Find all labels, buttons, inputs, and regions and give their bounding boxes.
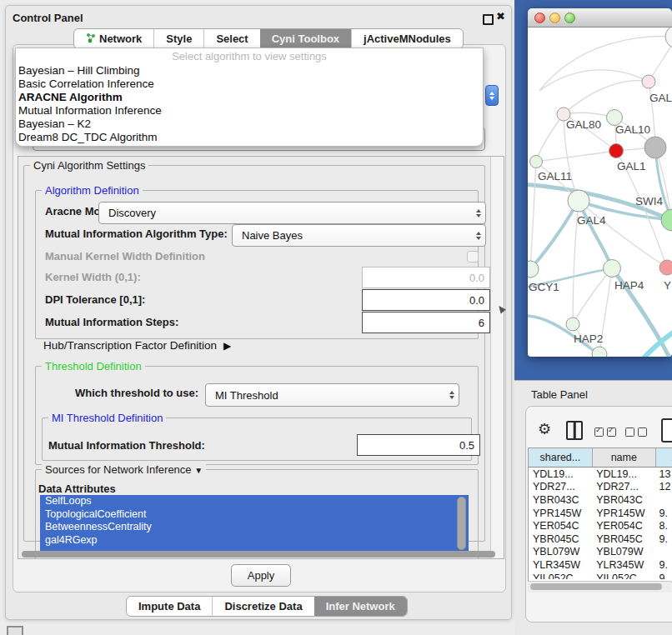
network-edge[interactable] (536, 114, 564, 162)
vertical-scrollbar[interactable] (490, 157, 504, 558)
network-edge[interactable] (530, 162, 536, 269)
table-cell: YBR045C (529, 533, 592, 545)
attribute-item[interactable]: TopologicalCoefficient (40, 508, 469, 522)
node-label: GAL10 (615, 123, 650, 136)
tab-cyni-toolbox[interactable]: Cyni Toolbox (260, 29, 351, 48)
node-label: SWI4 (635, 195, 663, 208)
attribute-item[interactable]: BetweennessCentrality (40, 521, 469, 534)
algorithm-item[interactable]: ARACNE Algorithm (18, 91, 477, 104)
kernel-width-field[interactable]: 0.0 (362, 267, 490, 288)
close-traffic-light[interactable] (534, 12, 545, 23)
table-cell: 9. (655, 508, 672, 519)
tab-style[interactable]: Style (153, 29, 203, 48)
network-node[interactable] (644, 137, 666, 158)
algorithm-item[interactable]: Mutual Information Inference (18, 104, 477, 118)
deselect-all-columns-icon[interactable] (625, 427, 650, 439)
dpi-tolerance-field[interactable]: 0.0 (362, 289, 490, 311)
apply-button[interactable]: Apply (231, 564, 291, 587)
attributes-scrollbar[interactable] (457, 497, 466, 550)
manual-kernel-checkbox[interactable] (467, 251, 479, 262)
algorithm-item[interactable]: Dream8 DC_TDC Algorithm (18, 131, 477, 144)
panel-icon[interactable] (661, 418, 672, 442)
column-header-name[interactable]: name (593, 448, 656, 467)
bottom-left-button[interactable] (7, 626, 23, 635)
network-edge[interactable] (579, 201, 612, 268)
algorithm-item[interactable]: Basic Correlation Inference (18, 78, 477, 91)
mi-threshold-field[interactable]: 0.5 (357, 434, 480, 456)
table-hscrollbar-thumb[interactable] (530, 583, 662, 590)
network-window-titlebar[interactable] (528, 8, 672, 28)
gear-icon[interactable]: ⚙ (538, 420, 551, 438)
attribute-item[interactable]: SelfLoops (40, 495, 469, 508)
table-row[interactable]: YBR045CYBR045C9. (529, 532, 672, 546)
network-node[interactable] (530, 156, 543, 168)
tab-jactivemnodules[interactable]: jActiveMNodules (351, 29, 463, 48)
table-cell: 9. (655, 533, 672, 545)
columns-icon[interactable] (566, 421, 583, 440)
zoom-traffic-light[interactable] (564, 12, 575, 23)
tab-impute-data[interactable]: Impute Data (127, 597, 212, 616)
mi-threshold-group-title: MI Threshold Definition (48, 412, 166, 424)
tab-network[interactable]: Network (74, 29, 153, 48)
table-cell: YBR043C (529, 494, 592, 506)
network-node[interactable] (642, 75, 655, 88)
tab-select[interactable]: Select (203, 29, 259, 48)
close-icon[interactable]: ✖ (496, 10, 505, 22)
network-node[interactable] (604, 260, 621, 278)
network-canvas[interactable]: GALGAL80GAL10GAL1GAL11SWI4GAL4GCY1HAP4YH… (528, 28, 672, 357)
algorithm-item[interactable]: Bayesian – Hill Climbing (18, 64, 477, 78)
column-header-shared[interactable]: shared... (529, 448, 593, 467)
network-node[interactable] (566, 318, 579, 331)
table-row[interactable]: YLR345WYLR345W9. (529, 558, 672, 572)
table-row[interactable]: YIL052CYIL052C9 (529, 572, 672, 579)
table-row[interactable]: YDR27...YDR27...12 (529, 481, 672, 494)
aracne-mode-combo[interactable]: Discovery (98, 202, 486, 224)
network-node[interactable] (609, 144, 624, 158)
horizontal-scrollbar-thumb[interactable] (22, 551, 495, 558)
network-node[interactable] (661, 209, 672, 231)
data-attributes-label: Data Attributes (38, 482, 116, 495)
table-row[interactable]: YER054CYER054C8. (529, 519, 672, 532)
network-node[interactable] (592, 347, 607, 357)
table-cell: YER054C (592, 520, 654, 532)
manual-kernel-label: Manual Kernel Width Definition (45, 250, 205, 262)
network-node[interactable] (568, 190, 589, 212)
network-node[interactable] (665, 28, 672, 48)
minimize-traffic-light[interactable] (549, 12, 560, 23)
which-threshold-combo[interactable]: MI Threshold (205, 383, 459, 407)
node-label: GAL80 (566, 118, 601, 131)
network-edge[interactable] (536, 151, 616, 162)
data-attributes-list[interactable]: SelfLoopsTopologicalCoefficientBetweenne… (40, 495, 469, 552)
attribute-item[interactable]: gal4RGexp (40, 534, 469, 548)
network-edge[interactable] (530, 201, 579, 269)
table-row[interactable]: YDL19...YDL19...13 (529, 468, 672, 481)
table-row[interactable]: YBR043CYBR043C (529, 493, 672, 507)
sources-expander[interactable]: Sources for Network Inference ▼ (42, 463, 206, 476)
mi-type-label: Mutual Information Algorithm Type: (45, 228, 228, 240)
mi-type-combo[interactable]: Naive Bayes (232, 224, 486, 247)
screen: Control Panel ✖ NetworkStyleSelectCyni T… (0, 0, 672, 635)
inference-combo-stepper[interactable] (485, 85, 499, 106)
select-all-columns-icon[interactable] (594, 427, 619, 439)
node-label: HAP2 (574, 332, 603, 345)
table-row[interactable]: YPR145WYPR145W9. (529, 507, 672, 520)
network-node[interactable] (659, 260, 672, 275)
algorithm-item[interactable]: Bayesian – K2 (18, 118, 477, 131)
combo-stepper-icon (476, 209, 481, 218)
table-cell: YER054C (529, 520, 592, 532)
column-header-A[interactable]: A (656, 448, 672, 467)
table-hscrollbar[interactable] (528, 581, 671, 592)
network-edge[interactable] (564, 81, 649, 114)
node-label: GAL (649, 92, 672, 104)
network-edge[interactable] (573, 268, 612, 324)
node-table: shared...nameA YDL19...YDL19...13YDR27..… (528, 448, 672, 582)
tab-discretize-data[interactable]: Discretize Data (212, 597, 313, 616)
float-window-icon[interactable] (483, 14, 494, 25)
hub-definition-expander[interactable]: Hub/Transcription Factor Definition ▶ (43, 339, 231, 352)
dpi-tolerance-value: 0.0 (469, 294, 484, 307)
table-row[interactable]: YBL079WYBL079W (529, 546, 672, 559)
mi-steps-field[interactable]: 6 (362, 312, 490, 333)
tab-infer-network[interactable]: Infer Network (314, 597, 407, 616)
algorithm-popup-placeholder: Select algorithm to view settings (16, 50, 483, 62)
stepper-up-icon (489, 92, 494, 95)
